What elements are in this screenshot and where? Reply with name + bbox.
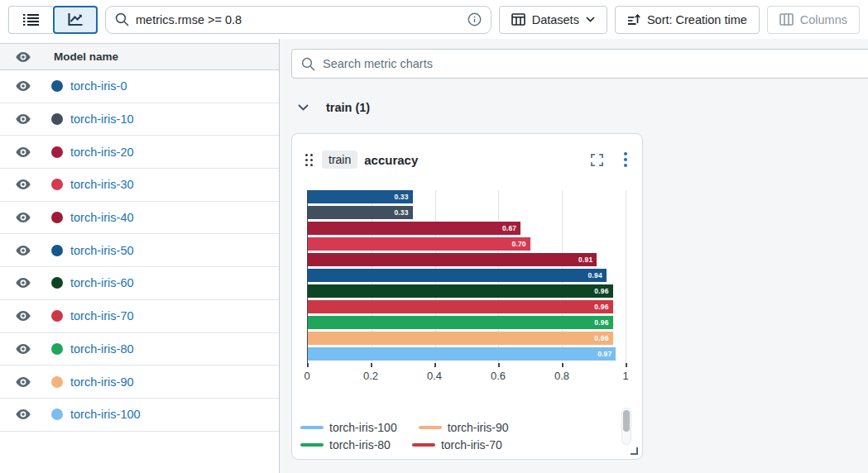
model-name-link[interactable]: torch-iris-70 bbox=[70, 309, 134, 322]
model-name-link[interactable]: torch-iris-20 bbox=[70, 146, 134, 159]
legend-item-torch-iris-80[interactable]: torch-iris-80 bbox=[300, 437, 391, 453]
datasets-button[interactable]: Datasets bbox=[499, 6, 607, 34]
run-color-dot bbox=[51, 113, 63, 125]
fullscreen-icon[interactable] bbox=[591, 154, 603, 166]
run-color-dot bbox=[51, 212, 63, 223]
model-name-link[interactable]: torch-iris-100 bbox=[70, 408, 141, 421]
drag-handle-icon[interactable] bbox=[305, 154, 313, 166]
visibility-toggle-icon[interactable] bbox=[16, 113, 32, 125]
legend-color-line bbox=[300, 426, 324, 429]
bar-row: 0.96 bbox=[308, 316, 626, 332]
metric-charts-search-box bbox=[291, 49, 868, 79]
info-icon[interactable] bbox=[468, 12, 482, 26]
bar-torch-iris-80[interactable]: 0.96 bbox=[308, 316, 613, 329]
metric-section-tag: train bbox=[322, 150, 357, 169]
model-name-link[interactable]: torch-iris-60 bbox=[70, 276, 134, 289]
visibility-toggle-icon[interactable] bbox=[16, 310, 32, 322]
model-name-link[interactable]: torch-iris-30 bbox=[70, 178, 134, 191]
search-input[interactable] bbox=[136, 13, 461, 26]
bar-row: 0.33 bbox=[308, 206, 626, 222]
model-name-link[interactable]: torch-iris-50 bbox=[70, 244, 134, 257]
model-row[interactable]: torch-iris-60 bbox=[0, 267, 279, 300]
model-name-link[interactable]: torch-iris-10 bbox=[70, 112, 134, 126]
model-row[interactable]: torch-iris-40 bbox=[0, 202, 279, 235]
chart-legend: torch-iris-100torch-iris-90torch-iris-80… bbox=[300, 419, 573, 453]
chevron-down-icon bbox=[586, 17, 595, 22]
model-row[interactable]: torch-iris-10 bbox=[0, 103, 279, 136]
bar-torch-iris-60[interactable]: 0.96 bbox=[308, 284, 613, 298]
bar-value-label: 0.33 bbox=[394, 208, 412, 217]
legend-color-line bbox=[412, 443, 435, 447]
model-row[interactable]: torch-iris-100 bbox=[0, 399, 279, 432]
visibility-toggle-icon[interactable] bbox=[16, 179, 32, 190]
legend-label: torch-iris-100 bbox=[329, 421, 397, 434]
card-resize-handle[interactable] bbox=[631, 447, 638, 455]
model-row[interactable]: torch-iris-30 bbox=[0, 169, 279, 202]
runs-table-header: Model name bbox=[0, 43, 279, 70]
bar-torch-iris-0[interactable]: 0.33 bbox=[308, 190, 413, 203]
tick-label: 1 bbox=[622, 370, 628, 382]
list-view-button[interactable] bbox=[8, 6, 53, 34]
columns-icon bbox=[779, 13, 794, 26]
model-row[interactable]: torch-iris-70 bbox=[0, 300, 279, 333]
bar-value-label: 0.97 bbox=[597, 350, 616, 358]
bar-torch-iris-70[interactable]: 0.96 bbox=[308, 300, 613, 313]
bar-torch-iris-10[interactable]: 0.33 bbox=[308, 206, 413, 219]
run-color-dot bbox=[51, 408, 63, 420]
visibility-toggle-icon[interactable] bbox=[16, 80, 32, 92]
tick-label: 0 bbox=[304, 370, 309, 382]
visibility-toggle-icon[interactable] bbox=[16, 376, 32, 388]
visibility-toggle-icon[interactable] bbox=[16, 212, 32, 223]
run-color-dot bbox=[51, 146, 63, 158]
bar-row: 0.91 bbox=[308, 253, 626, 269]
chart-card-header: train accuracy bbox=[292, 134, 642, 190]
legend-scrollbar-thumb[interactable] bbox=[623, 410, 630, 432]
chart-menu-icon[interactable] bbox=[622, 150, 629, 169]
legend-item-torch-iris-90[interactable]: torch-iris-90 bbox=[419, 419, 509, 436]
visibility-toggle-icon[interactable] bbox=[16, 408, 32, 420]
model-name-link[interactable]: torch-iris-90 bbox=[70, 375, 134, 389]
tick-mark bbox=[371, 363, 372, 367]
visibility-toggle-icon[interactable] bbox=[16, 245, 32, 256]
legend-item-torch-iris-70[interactable]: torch-iris-70 bbox=[412, 437, 502, 453]
section-train[interactable]: train (1) bbox=[298, 101, 868, 114]
chart-view-button[interactable] bbox=[53, 6, 98, 34]
run-color-dot bbox=[51, 277, 63, 289]
bar-value-label: 0.33 bbox=[394, 193, 412, 201]
bar-torch-iris-40[interactable]: 0.91 bbox=[308, 253, 597, 266]
bar-value-label: 0.96 bbox=[594, 303, 612, 311]
legend-item-torch-iris-100[interactable]: torch-iris-100 bbox=[300, 419, 397, 436]
sort-label: Sort: Creation time bbox=[647, 13, 747, 26]
metric-charts-search-input[interactable] bbox=[323, 57, 865, 70]
sort-ascending-icon bbox=[627, 13, 640, 26]
columns-button[interactable]: Columns bbox=[767, 6, 860, 34]
bar-torch-iris-50[interactable]: 0.94 bbox=[308, 269, 607, 282]
bar-torch-iris-20[interactable]: 0.67 bbox=[308, 222, 520, 235]
visibility-toggle-icon[interactable] bbox=[16, 343, 32, 355]
bar-row: 0.94 bbox=[308, 269, 626, 284]
x-axis-ticks bbox=[307, 363, 626, 368]
model-row[interactable]: torch-iris-0 bbox=[0, 70, 279, 103]
sort-button[interactable]: Sort: Creation time bbox=[615, 6, 760, 34]
model-name-link[interactable]: torch-iris-0 bbox=[70, 79, 127, 93]
legend-color-line bbox=[300, 443, 324, 447]
tick-mark bbox=[307, 363, 309, 367]
visibility-toggle-icon[interactable] bbox=[16, 277, 32, 289]
legend-label: torch-iris-80 bbox=[329, 438, 391, 452]
model-name-link[interactable]: torch-iris-40 bbox=[70, 211, 134, 224]
model-row[interactable]: torch-iris-90 bbox=[0, 366, 279, 399]
visibility-column-icon[interactable] bbox=[16, 51, 32, 63]
model-row[interactable]: torch-iris-20 bbox=[0, 136, 279, 169]
model-row[interactable]: torch-iris-80 bbox=[0, 333, 279, 366]
model-name-link[interactable]: torch-iris-80 bbox=[70, 342, 134, 356]
legend-scrollbar[interactable] bbox=[621, 408, 631, 445]
bar-torch-iris-90[interactable]: 0.96 bbox=[308, 332, 613, 345]
model-row[interactable]: torch-iris-50 bbox=[0, 234, 279, 267]
visibility-toggle-icon[interactable] bbox=[16, 146, 32, 158]
bar-torch-iris-100[interactable]: 0.97 bbox=[308, 347, 616, 361]
list-icon bbox=[23, 13, 39, 26]
bar-torch-iris-30[interactable]: 0.70 bbox=[308, 237, 530, 251]
bar-row: 0.67 bbox=[308, 222, 626, 237]
run-color-dot bbox=[51, 310, 63, 322]
legend-label: torch-iris-70 bbox=[441, 438, 502, 452]
